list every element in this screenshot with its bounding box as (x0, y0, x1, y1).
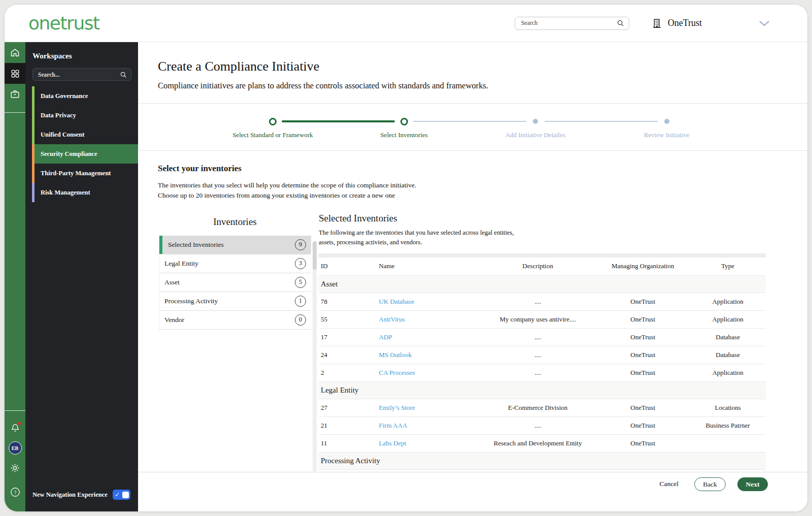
selected-description-line2: assets, processing activieis, and vendor… (319, 238, 766, 247)
inventory-link[interactable]: UK Database (379, 298, 415, 305)
help-icon[interactable]: ? (5, 481, 25, 502)
inventory-category[interactable]: Processing Activity 1 (159, 292, 311, 311)
page-subtitle: Compliance initiatives are plans to addr… (158, 81, 787, 91)
table-row: 55AntiVirusMy company uses antivire....O… (319, 311, 766, 329)
workspace-item[interactable]: Unified Consent (32, 125, 138, 144)
inventory-link[interactable]: CA Processes (379, 369, 415, 376)
new-navigation-row: New Navigation Experience ✓ (25, 482, 138, 511)
briefcase-icon[interactable] (5, 84, 25, 105)
workspaces-panel: Workspaces Data Governance Data Privacy … (25, 42, 138, 511)
step-select-inventories[interactable]: Select Inventories (339, 117, 470, 139)
toggle-knob (122, 492, 129, 498)
column-description: Description (480, 257, 596, 276)
table-row: 27Emily’s StoreE-Commerce DivisionOneTru… (319, 399, 766, 417)
section-description-line2: Choose up to 20 inventories from among y… (158, 190, 807, 201)
selected-description-line1: The following are the inventories that y… (319, 228, 766, 238)
table-header-row: ID Name Description Managing Organizatio… (319, 257, 766, 276)
step-dot (664, 119, 669, 124)
step-ring (269, 118, 277, 125)
table-top-strip (319, 253, 766, 257)
section-heading: Select your inventories (158, 164, 807, 174)
workspace-item-label: Data Privacy (41, 112, 76, 119)
table-row: 17ADP....OneTrustDatabase (319, 329, 766, 346)
inventory-link[interactable]: MS Outlook (379, 351, 412, 359)
workspace-item[interactable]: Risk Management (32, 183, 138, 202)
table-group-row: Legal Entity (319, 382, 766, 399)
step-select-standard[interactable]: Select Standard or Framework (207, 117, 339, 139)
apps-grid-icon[interactable] (5, 63, 25, 84)
workspace-item[interactable]: Security Compliance (32, 144, 138, 164)
gear-icon[interactable] (5, 458, 25, 478)
workspace-item[interactable]: Data Governance (32, 86, 138, 106)
inventory-category[interactable]: Asset 5 (159, 273, 311, 292)
count-badge: 3 (295, 258, 306, 269)
section-description-line1: The inventories that you select will hel… (158, 180, 807, 190)
workspace-item-label: Unified Consent (41, 131, 84, 139)
step-review[interactable]: Review Initiative (601, 117, 732, 139)
count-badge: 0 (295, 314, 306, 326)
icon-rail: EB ? (5, 42, 25, 511)
avatar[interactable]: EB (9, 441, 22, 455)
count-badge: 5 (295, 277, 306, 288)
inventories-heading: Inventories (159, 216, 311, 228)
scrollbar-thumb[interactable] (313, 241, 317, 270)
workspace-item-label: Third-Party Management (41, 170, 111, 177)
building-icon (652, 18, 662, 29)
step-dot (533, 119, 538, 124)
inventory-link[interactable]: ADP (379, 333, 392, 341)
column-type: Type (690, 257, 766, 276)
org-selector[interactable]: OneTrust (652, 18, 702, 29)
selected-inventories-pane: Selected Inventories The following are t… (319, 210, 807, 472)
inventory-category-label: Processing Activity (164, 297, 295, 305)
onetrust-logo: onetrust (28, 14, 99, 33)
selected-inventories-heading: Selected Inventories (319, 213, 766, 224)
table-group-row: Processing Activity (319, 453, 766, 470)
step-ring (400, 118, 408, 125)
workspaces-search-input[interactable] (38, 72, 120, 78)
workspace-item[interactable]: Third-Party Management (32, 164, 138, 183)
next-button[interactable]: Next (737, 477, 768, 491)
stepper-section: Select Standard or Framework Select Inve… (138, 104, 807, 151)
search-icon (120, 71, 127, 78)
inventory-category[interactable]: Selected Inventories 9 (159, 236, 311, 254)
notification-dot (18, 422, 21, 425)
inventory-link[interactable]: Labs Dept (379, 439, 407, 447)
new-navigation-label: New Navigation Experience (32, 491, 108, 499)
inventory-category-label: Asset (164, 278, 295, 286)
workspace-item[interactable]: Data Privacy (32, 106, 138, 125)
stepper: Select Standard or Framework Select Inve… (207, 117, 732, 139)
global-search-input[interactable] (521, 19, 617, 27)
workspaces-title: Workspaces (32, 52, 138, 60)
inventory-link[interactable]: AntiVirus (379, 315, 405, 323)
select-inventories-section: Select your inventories The inventories … (138, 151, 807, 472)
svg-text:?: ? (14, 489, 16, 495)
inventory-category[interactable]: Legal Entity 3 (159, 254, 311, 273)
workspaces-search[interactable] (32, 68, 131, 81)
table-row: 24MS Outlook....OneTrustDatabase (319, 346, 766, 364)
page-header: Create a Compliance Initiative Complianc… (138, 42, 807, 104)
inventory-link[interactable]: Emily’s Store (379, 404, 415, 411)
cancel-button[interactable]: Cancel (656, 477, 683, 491)
org-name: OneTrust (668, 18, 702, 28)
inventory-link[interactable]: Firm AAA (379, 422, 408, 429)
workspace-list: Data Governance Data Privacy Unified Con… (32, 86, 138, 202)
bell-icon[interactable] (5, 417, 25, 438)
global-search[interactable] (515, 17, 629, 30)
check-icon: ✓ (115, 491, 120, 498)
table-row: 21Firm AAA....OneTrustBusiness Patrner (319, 417, 766, 435)
back-button[interactable]: Back (694, 477, 726, 491)
table-body: Asset78UK Database....OneTrustApplicatio… (319, 276, 766, 472)
inventory-category[interactable]: Vendor 0 (159, 311, 311, 330)
step-add-details[interactable]: Add Initiative Detailes (470, 117, 601, 139)
column-name: Name (377, 257, 480, 276)
table-row: 11Labs DeptReseach and Development Entit… (319, 435, 766, 453)
home-icon[interactable] (5, 42, 25, 63)
app-window: onetrust (4, 4, 808, 512)
inventories-pane: Inventories Selected Inventories 9 Legal… (159, 210, 311, 472)
workspace-item-label: Security Compliance (41, 150, 97, 158)
table-scrollbar[interactable] (313, 241, 317, 472)
search-icon (617, 19, 624, 27)
chevron-down-icon[interactable] (759, 20, 770, 26)
main-content: Create a Compliance Initiative Complianc… (138, 42, 807, 511)
new-navigation-toggle[interactable]: ✓ (113, 490, 130, 500)
